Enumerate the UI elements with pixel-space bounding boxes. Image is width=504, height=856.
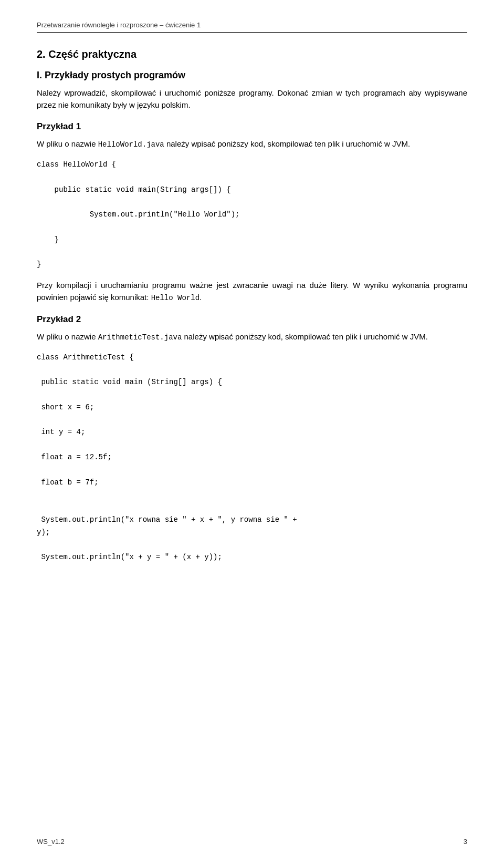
example2-desc-before: W pliku o nazwie [37,332,98,341]
example1-description: W pliku o nazwie HelloWorld.java należy … [37,138,467,150]
example1-desc-after: należy wpisać poniższy kod, skompilować … [164,139,411,148]
example2-desc-after: należy wpisać poniższy kod, skompilować … [182,332,428,341]
footer-page-number: 3 [464,838,467,845]
example2-description: W pliku o nazwie ArithmeticTest.java nal… [37,331,467,343]
example2-code-block: class ArithmeticTest { public static voi… [37,352,467,564]
example1-filename: HelloWorld.java [98,140,164,149]
note-text: Przy kompilacji i uruchamianiu programu … [37,281,467,302]
intro-text: Należy wprowadzić, skompilować i uruchom… [37,88,467,109]
example1-heading: Przykład 1 [37,121,467,132]
section-i-title: I. Przykłady prostych programów [37,70,467,81]
page-footer: WS_v1.2 3 [0,838,504,845]
intro-paragraph: Należy wprowadzić, skompilować i uruchom… [37,87,467,111]
footer-version: WS_v1.2 [37,838,65,845]
example1-desc-before: W pliku o nazwie [37,139,98,148]
note-end: . [200,293,202,302]
header-text: Przetwarzanie równoległe i rozproszone –… [37,21,201,29]
example1-code-block: class HelloWorld { public static void ma… [37,159,467,271]
note-inline-code: Hello World [151,294,200,302]
example1-note: Przy kompilacji i uruchamianiu programu … [37,280,467,304]
section2-title: 2. Część praktyczna [37,48,467,60]
example2-filename: ArithmeticTest.java [98,333,182,342]
page-header: Przetwarzanie równoległe i rozproszone –… [37,21,467,33]
example2-heading: Przykład 2 [37,314,467,325]
